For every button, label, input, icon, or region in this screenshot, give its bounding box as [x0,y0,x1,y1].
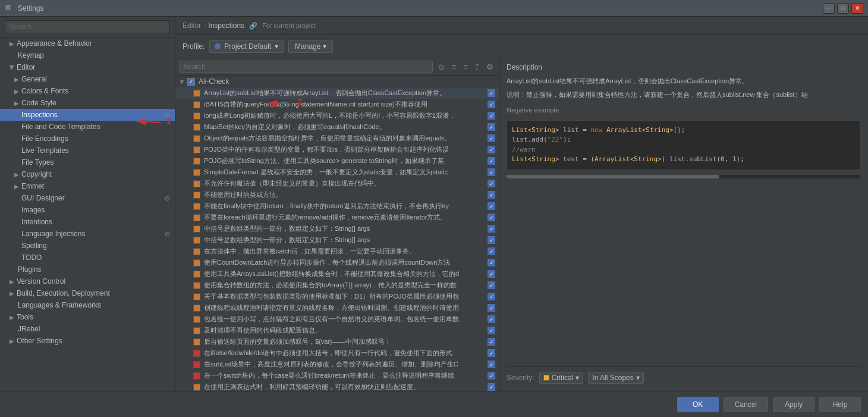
ok-button[interactable]: OK [677,397,719,412]
inspection-item[interactable]: 不要在foreach循环里进行元素的remove/add操作，remove元素请… [175,212,499,223]
inspection-item[interactable]: SimpleDateFormat 是线程不安全的类，一般不要定义为static变… [175,167,499,178]
inspection-item-checkbox[interactable]: ✓ [488,338,495,346]
sidebar-item-file-code-templates[interactable]: File and Code Templates [0,121,175,133]
export-button[interactable]: ⤴ [473,62,481,72]
sidebar-item-appearance[interactable]: ▶ Appearance & Behavior [0,37,175,49]
profile-dropdown[interactable]: Project Default ▾ [209,40,284,53]
inspection-group-ali-check[interactable]: ▼ ✓ Ali-Check [175,76,499,87]
inspection-item-checkbox[interactable]: ✓ [488,236,495,244]
sidebar-item-plugins[interactable]: Plugins [0,264,175,275]
inspection-item-checkbox[interactable]: ✓ [488,360,495,368]
sidebar-item-images[interactable]: Images [0,204,175,216]
inspection-item[interactable]: Object的equals方法容易抛空指针异常，应使用常量或确定有值的对象来调用… [175,133,499,144]
sidebar-item-todo[interactable]: TODO [0,252,175,264]
severity-dropdown[interactable]: Critical ▾ [539,372,584,384]
inspection-item-checkbox[interactable]: ✓ [488,383,495,391]
manage-button[interactable]: Manage ▾ [288,40,333,53]
inspection-tree[interactable]: ▼ ✓ Ali-Check ArrayList的subList结果不可强转成Ar… [175,76,499,391]
group-checkbox[interactable]: ✓ [187,78,195,86]
inspection-item[interactable]: 在一个switch块内，每个case要么通过break/return等来终止，要… [175,370,499,381]
inspection-item[interactable]: 中括号是数组类型的一部分，数组定义如下：String[] args✓ [175,234,499,246]
sidebar-item-emmet[interactable]: ▶ Emmet [0,180,175,192]
inspection-item[interactable]: 使用集合转数组的方法，必须使用集合的toArray(T[] array)，传入的… [175,280,499,291]
inspection-item-checkbox[interactable]: ✓ [488,270,495,278]
inspection-item[interactable]: 包名统一使用小写，点分隔符之间有且仅有一个自然语义的英语单词。包名统一使用单数✓ [175,313,499,325]
sidebar-item-inspections[interactable]: Inspections ⊙ [0,109,175,121]
inspection-item[interactable]: 在if/else/for/while/do语句中必须使用大括号，即使只有一行代码… [175,347,499,359]
inspection-item[interactable]: 关于基本数据类型与包装数据类型的使用标准如下：D1）所有的POJO类属性必须使用… [175,291,499,302]
inspection-item-checkbox[interactable]: ✓ [488,168,495,176]
inspection-item-checkbox[interactable]: ✓ [488,134,495,142]
inspection-item-checkbox[interactable]: ✓ [488,146,495,153]
inspection-item-checkbox[interactable]: ✓ [488,112,495,120]
sidebar-item-languages-frameworks[interactable]: Languages & Frameworks [0,299,175,311]
sidebar-item-jrebel[interactable]: JRebel [0,323,175,335]
inspection-item[interactable]: 使用CountDownLatch进行异步转同步操作，每个线程退出前必须调用cou… [175,257,499,268]
inspection-item-checkbox[interactable]: ✓ [488,315,495,323]
inspection-search-input[interactable] [179,61,433,73]
maximize-button[interactable]: □ [837,3,849,14]
inspection-item[interactable]: POJO类中的任何布尔类型的变量，都不要加is，否则部分框架解析会引起序列化错误… [175,144,499,155]
sidebar-item-live-templates[interactable]: Live Templates [0,145,175,156]
settings-button[interactable]: ⚙ [485,62,495,72]
sidebar-item-build-execution[interactable]: ▶ Build, Execution, Deployment [0,287,175,299]
sidebar-item-copyright[interactable]: ▶ Copyright [0,168,175,180]
inspection-item[interactable]: 及时清理不再使用的代码段或配置信息。✓ [175,325,499,336]
collapse-all-button[interactable]: ≡ [461,62,470,72]
expand-all-button[interactable]: ≡ [450,62,458,72]
inspection-item-checkbox[interactable]: ✓ [488,180,495,187]
sidebar-search-input[interactable] [5,20,170,33]
minimize-button[interactable]: ─ [823,3,835,14]
sidebar-item-tools[interactable]: ▶ Tools [0,311,175,323]
scope-dropdown[interactable]: In All Scopes ▾ [588,372,643,384]
inspection-item[interactable]: 中括号是数组类型的一部分，数组定义如下：String[] args✓ [175,223,499,234]
cancel-button[interactable]: Cancel [724,397,768,412]
inspection-item[interactable]: 不能在finally块中使用return，finally块中的return返回后… [175,200,499,212]
sidebar-item-language-injections[interactable]: Language Injections ⊙ [0,228,175,240]
sidebar-item-file-types[interactable]: File Types [0,156,175,168]
inspection-item-checkbox[interactable]: ✓ [488,247,495,255]
inspection-item[interactable]: 后台输送给页面的变量必须加感叹号，${var}——中间加感叹号！✓ [175,336,499,347]
inspection-item[interactable]: 在方法体中，抛出异常被catch后，如果需要回滚，一定要手动回滚事务。✓ [175,246,499,257]
inspection-item-checkbox[interactable]: ✓ [488,327,495,334]
inspection-item[interactable]: long或者Long初始赋值时，必须使用大写的L，不能是小写的l，小写容易跟数字… [175,110,499,121]
inspection-item-checkbox[interactable]: ✓ [488,89,495,97]
apply-button[interactable]: Apply [773,397,814,412]
inspection-item-checkbox[interactable]: ✓ [488,123,495,131]
sidebar-item-editor[interactable]: ▶ Editor [0,61,175,73]
sidebar-item-gui-designer[interactable]: GUI Designer ⊙ [0,192,175,204]
inspection-item[interactable]: Map/Set的key为自定义对象时，必须重写equals和hashCode。✓ [175,121,499,133]
inspection-item[interactable]: POJO必须写toString方法。使用工具类source> generate … [175,155,499,167]
inspection-item-checkbox[interactable]: ✓ [488,214,495,221]
inspection-item-checkbox[interactable]: ✓ [488,157,495,165]
sidebar-item-intentions[interactable]: Intentions [0,216,175,228]
inspection-item[interactable]: 在subList场景中，高度注意对原列表的修改，会导致子列表的遍历、增加、删除均… [175,359,499,370]
inspection-item-checkbox[interactable]: ✓ [488,225,495,233]
inspection-item[interactable]: 不允许任何魔法值（即未经定义的常量）直接出现在代码中。✓ [175,178,499,189]
inspection-item-checkbox[interactable]: ✓ [488,349,495,357]
close-button[interactable]: ✕ [851,3,863,14]
sidebar-item-spelling[interactable]: Spelling [0,240,175,252]
inspection-item[interactable]: 创建线程或线程池时请指定有意义的线程名称，方便出错时回溯。创建线程池的时请使用✓ [175,302,499,313]
sidebar-item-code-style[interactable]: ▶ Code Style [0,97,175,109]
inspection-item-checkbox[interactable]: ✓ [488,304,495,312]
inspection-item[interactable]: ArrayList的subList结果不可强转成ArrayList，否则会抛出C… [175,87,499,99]
sidebar-item-keymap[interactable]: Keymap [0,49,175,61]
filter-button[interactable]: ⊙ [436,62,446,72]
sidebar-item-version-control[interactable]: ▶ Version Control [0,275,175,287]
sidebar-item-other-settings[interactable]: ▶ Other Settings [0,335,175,347]
inspection-item-checkbox[interactable]: ✓ [488,293,495,300]
inspection-item-checkbox[interactable]: ✓ [488,281,495,289]
sidebar-item-general[interactable]: ▶ General [0,73,175,85]
inspection-item-checkbox[interactable]: ✓ [488,372,495,380]
inspection-item[interactable]: 使用工具类Arrays.asList()把数组转换成集合时，不能使用其修改集合相… [175,268,499,280]
sidebar-item-colors-fonts[interactable]: ▶ Colors & Fonts [0,85,175,97]
inspection-item[interactable]: 在使用正则表达式时，利用好其预编译功能，可以有效加快正则匹配速度。✓ [175,381,499,391]
inspection-item-checkbox[interactable]: ✓ [488,191,495,199]
inspection-item-checkbox[interactable]: ✓ [488,101,495,108]
inspection-item[interactable]: iBATIS自带的queryForList(String statementNa… [175,99,499,110]
help-button[interactable]: Help [819,397,861,412]
inspection-item-checkbox[interactable]: ✓ [488,259,495,266]
inspection-item-checkbox[interactable]: ✓ [488,202,495,210]
sidebar-item-file-encodings[interactable]: File Encodings [0,133,175,145]
